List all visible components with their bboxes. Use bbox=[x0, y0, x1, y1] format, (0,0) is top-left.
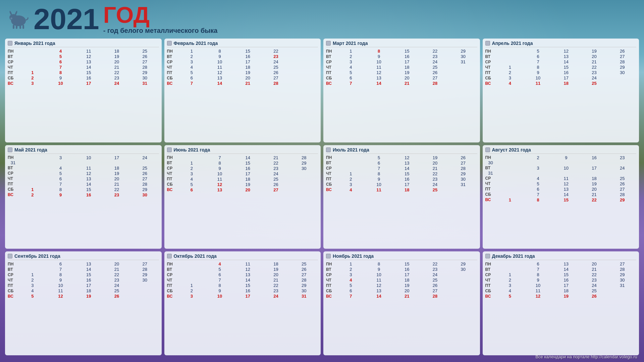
weekday-label: СР bbox=[485, 273, 496, 277]
day-row: ПТ4111825 bbox=[167, 177, 318, 182]
day-number: 8 bbox=[365, 49, 393, 54]
weekday-label: ПН bbox=[326, 155, 337, 160]
weekday-label: ВС bbox=[485, 81, 496, 86]
month-header-5: Май 2021 года bbox=[8, 147, 159, 154]
day-number: 28 bbox=[131, 65, 159, 70]
day-row: ПН7142128 bbox=[167, 155, 318, 160]
day-number: 22 bbox=[421, 261, 449, 266]
day-number: 1 bbox=[496, 197, 524, 202]
calendar-icon bbox=[485, 254, 490, 258]
day-number: 15 bbox=[393, 261, 421, 266]
day-number: 19 bbox=[580, 49, 608, 54]
day-number: 5 bbox=[18, 294, 47, 299]
weekday-label: ЧТ bbox=[326, 171, 337, 176]
weekday-label: СБ bbox=[326, 182, 337, 187]
month-title: Март 2021 года bbox=[333, 41, 368, 46]
day-number: 27 bbox=[608, 261, 636, 266]
day-number: 31 bbox=[449, 59, 477, 64]
month-card-5: Май 2021 годаПН310172431ВТ4111825СР51219… bbox=[5, 145, 162, 249]
day-row: СР3101724 bbox=[326, 272, 477, 277]
month-card-9: Сентябрь 2021 годаПН6132027ВТ7142128СР18… bbox=[5, 251, 162, 355]
weekday-label: ЧТ bbox=[167, 278, 178, 283]
day-number: 9 bbox=[206, 54, 234, 59]
day-number: 29 bbox=[131, 272, 159, 277]
day-number: 24 bbox=[103, 81, 131, 86]
day-number: 4 bbox=[18, 288, 47, 293]
day-number: 21 bbox=[580, 192, 608, 197]
day-number: 11 bbox=[365, 65, 393, 70]
weekday-label: ПТ bbox=[326, 283, 337, 288]
day-row: ЧТ7142128 bbox=[8, 65, 159, 70]
day-number: 26 bbox=[103, 294, 131, 299]
day-number: 29 bbox=[608, 197, 636, 202]
day-number: 21 bbox=[234, 81, 262, 86]
day-number: 6 bbox=[524, 54, 552, 59]
month-body: ПН6132027ВТ7142128СР18152229ЧТ29162330ПТ… bbox=[8, 261, 159, 353]
day-number: 3 bbox=[47, 155, 75, 160]
subtitle: - год белого металлического быка bbox=[103, 27, 218, 35]
weekday-label: СР bbox=[167, 60, 178, 64]
day-number: 11 bbox=[74, 49, 103, 54]
day-number: 9 bbox=[365, 54, 393, 59]
weekday-label: СБ bbox=[485, 289, 496, 293]
day-row: ЧТ29162330 bbox=[485, 278, 637, 283]
day-number: 12 bbox=[365, 283, 393, 288]
weekday-label: ЧТ bbox=[8, 65, 18, 70]
month-card-4: Апрель 2021 годаПН5121926ВТ6132027СР7142… bbox=[483, 39, 639, 142]
day-number: 3 bbox=[524, 166, 552, 171]
day-number: 15 bbox=[552, 65, 580, 70]
day-number: 1 bbox=[18, 187, 47, 192]
day-number: 10 bbox=[365, 272, 393, 277]
day-number: 11 bbox=[524, 288, 552, 293]
day-number: 31 bbox=[449, 182, 477, 187]
day-number: 16 bbox=[74, 75, 103, 80]
day-row: ПТ29162330 bbox=[485, 70, 637, 75]
day-row: ПТ6132027 bbox=[485, 187, 637, 192]
svg-rect-4 bbox=[19, 25, 21, 29]
day-number: 27 bbox=[421, 75, 449, 80]
day-number: 18 bbox=[552, 288, 580, 293]
day-row: ЧТ6132027 bbox=[8, 176, 159, 181]
day-number: 25 bbox=[608, 176, 636, 181]
day-number: 28 bbox=[421, 294, 449, 299]
day-number: 26 bbox=[131, 171, 159, 176]
day-number: 22 bbox=[421, 171, 449, 176]
weekday-label: ПТ bbox=[167, 70, 178, 75]
day-number: 9 bbox=[47, 75, 75, 80]
day-number: 2 bbox=[178, 166, 206, 171]
day-number: 24 bbox=[262, 59, 290, 64]
day-row: ПН5121926 bbox=[485, 49, 637, 54]
day-number: 25 bbox=[131, 166, 159, 171]
day-row: ПТ18152229 bbox=[167, 283, 318, 288]
day-number: 21 bbox=[262, 155, 290, 160]
weekday-label: СР bbox=[167, 273, 178, 277]
day-number: 6 bbox=[365, 161, 393, 166]
day-number: 26 bbox=[131, 54, 159, 59]
day-number: 5 bbox=[524, 181, 552, 186]
day-number: 27 bbox=[131, 176, 159, 181]
day-number: 27 bbox=[421, 288, 449, 293]
day-number: 8 bbox=[47, 187, 75, 192]
day-number: 14 bbox=[365, 294, 393, 299]
day-row: ВС4111825 bbox=[485, 81, 637, 86]
day-number: 6 bbox=[47, 59, 75, 64]
day-number: 7 bbox=[524, 267, 552, 272]
month-title: Февраль 2021 года bbox=[174, 41, 218, 46]
day-number: 22 bbox=[580, 272, 608, 277]
weekday-label: ПН bbox=[326, 262, 337, 266]
day-number: 19 bbox=[262, 267, 290, 272]
day-row: ВТ6132027 bbox=[326, 161, 477, 166]
day-number: 22 bbox=[103, 272, 131, 277]
day-number: 16 bbox=[74, 278, 103, 283]
day-row: ПН4111825 bbox=[167, 261, 318, 266]
day-number: 6 bbox=[337, 288, 365, 293]
weekday-label: СР bbox=[326, 60, 337, 64]
day-row: ЧТ18152229 bbox=[485, 65, 637, 70]
year-display: 2021 bbox=[34, 4, 99, 34]
weekday-label: СБ bbox=[326, 289, 337, 293]
day-number: 12 bbox=[74, 54, 103, 59]
weekday-label: ВС bbox=[326, 81, 337, 86]
day-number: 19 bbox=[552, 294, 580, 299]
month-body: ПН29162330ВТ310172431СР4111825ЧТ5121926П… bbox=[485, 155, 637, 247]
day-number: 25 bbox=[103, 288, 131, 293]
